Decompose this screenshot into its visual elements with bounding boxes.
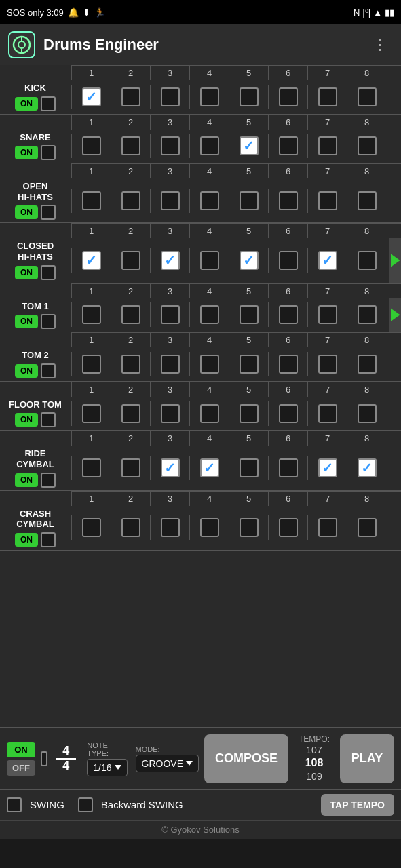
beat-cell-8[interactable] [347, 352, 386, 376]
beat-cell-inner[interactable] [240, 191, 259, 210]
beat-cell-7[interactable] [307, 515, 347, 540]
beat-cell-inner[interactable] [318, 404, 337, 423]
beat-cell-2[interactable] [111, 85, 150, 109]
beat-cell-inner[interactable] [121, 251, 140, 270]
beat-cell-inner[interactable] [318, 136, 337, 155]
beat-cell-6[interactable] [268, 302, 307, 327]
beat-cell-inner[interactable] [161, 404, 180, 423]
beat-cell-inner[interactable]: ✓ [240, 251, 259, 270]
beat-cell-5[interactable] [229, 352, 268, 376]
beat-cell-2[interactable] [111, 134, 150, 158]
instrument-on-button[interactable]: ON [15, 205, 38, 219]
instrument-check[interactable] [41, 205, 56, 220]
instrument-check[interactable] [41, 412, 56, 427]
beat-cell-5[interactable] [229, 401, 268, 426]
instrument-on-button[interactable]: ON [15, 413, 38, 427]
beat-cell-inner[interactable] [200, 191, 219, 210]
beat-cell-8[interactable] [347, 189, 386, 213]
beat-cell-inner[interactable] [82, 355, 101, 374]
beat-cell-1[interactable] [71, 401, 111, 426]
beat-cell-3[interactable]: ✓ [150, 456, 189, 480]
beat-cell-1[interactable] [71, 456, 111, 480]
beat-cell-inner[interactable] [200, 251, 219, 270]
beat-cell-inner[interactable] [358, 251, 377, 270]
menu-button[interactable]: ⋮ [367, 33, 393, 56]
beat-cell-4[interactable]: ✓ [189, 456, 229, 480]
beat-cell-inner[interactable] [82, 136, 101, 155]
beat-cell-7[interactable] [307, 352, 347, 376]
beat-cell-inner[interactable] [82, 458, 101, 477]
beat-cell-inner[interactable] [200, 518, 219, 537]
instrument-on-button[interactable]: ON [15, 364, 38, 378]
beat-cell-4[interactable] [189, 248, 229, 273]
beat-cell-5[interactable] [229, 515, 268, 540]
beat-cell-1[interactable] [71, 515, 111, 540]
instrument-check[interactable] [41, 532, 56, 547]
beat-cell-1[interactable] [71, 189, 111, 213]
beat-cell-inner[interactable] [318, 87, 337, 106]
instrument-on-button[interactable]: ON [15, 266, 38, 279]
beat-cell-7[interactable] [307, 134, 347, 158]
beat-cell-inner[interactable] [161, 87, 180, 106]
beat-cell-inner[interactable] [200, 355, 219, 374]
beat-cell-3[interactable] [150, 189, 189, 213]
beat-cell-inner[interactable] [240, 305, 259, 324]
global-off-button[interactable]: OFF [7, 760, 35, 776]
beat-cell-7[interactable]: ✓ [307, 456, 347, 480]
beat-cell-3[interactable]: ✓ [150, 248, 189, 273]
beat-cell-inner[interactable] [279, 305, 298, 324]
beat-cell-inner[interactable]: ✓ [161, 458, 180, 477]
beat-cell-inner[interactable] [318, 305, 337, 324]
beat-cell-2[interactable] [111, 401, 150, 426]
beat-cell-8[interactable] [347, 134, 386, 158]
beat-cell-inner[interactable] [279, 404, 298, 423]
beat-cell-inner[interactable] [318, 355, 337, 374]
swing-checkbox[interactable] [7, 797, 22, 812]
beat-cell-inner[interactable] [161, 136, 180, 155]
beat-cell-inner[interactable] [358, 87, 377, 106]
beat-cell-inner[interactable] [161, 191, 180, 210]
beat-cell-5[interactable]: ✓ [229, 134, 268, 158]
global-check[interactable] [41, 751, 47, 766]
instrument-on-button[interactable]: ON [15, 97, 38, 111]
beat-cell-inner[interactable] [318, 191, 337, 210]
beat-cell-8[interactable] [347, 85, 386, 109]
instrument-check[interactable] [41, 145, 56, 160]
beat-cell-7[interactable] [307, 302, 347, 327]
beat-cell-inner[interactable] [200, 305, 219, 324]
beat-cell-inner[interactable] [161, 355, 180, 374]
tap-tempo-button[interactable]: TAP TEMPO [321, 794, 394, 816]
beat-cell-1[interactable]: ✓ [71, 85, 111, 109]
beat-cell-inner[interactable] [358, 136, 377, 155]
beat-cell-inner[interactable] [82, 305, 101, 324]
instrument-check[interactable] [41, 363, 56, 378]
beat-cell-inner[interactable] [240, 404, 259, 423]
beat-cell-1[interactable] [71, 134, 111, 158]
beat-cell-inner[interactable] [358, 404, 377, 423]
beat-cell-inner[interactable] [121, 136, 140, 155]
beat-cell-inner[interactable] [240, 355, 259, 374]
beat-cell-2[interactable] [111, 189, 150, 213]
beat-cell-2[interactable] [111, 515, 150, 540]
instrument-check[interactable] [41, 96, 56, 111]
instrument-check[interactable] [41, 473, 56, 488]
beat-cell-inner[interactable] [121, 518, 140, 537]
beat-cell-4[interactable] [189, 352, 229, 376]
beat-cell-inner[interactable] [121, 87, 140, 106]
mode-selector[interactable]: GROOVE [136, 755, 199, 772]
beat-cell-3[interactable] [150, 352, 189, 376]
beat-cell-inner[interactable] [200, 404, 219, 423]
beat-cell-inner[interactable] [121, 355, 140, 374]
beat-cell-7[interactable]: ✓ [307, 248, 347, 273]
beat-cell-inner[interactable] [240, 87, 259, 106]
beat-cell-inner[interactable]: ✓ [82, 251, 101, 270]
beat-cell-5[interactable] [229, 189, 268, 213]
beat-cell-inner[interactable] [279, 136, 298, 155]
beat-cell-inner[interactable] [121, 305, 140, 324]
beat-cell-8[interactable]: ✓ [347, 456, 386, 480]
beat-cell-4[interactable] [189, 515, 229, 540]
instrument-check[interactable] [41, 265, 56, 280]
beat-cell-6[interactable] [268, 85, 307, 109]
beat-cell-inner[interactable]: ✓ [161, 251, 180, 270]
beat-cell-8[interactable] [347, 515, 386, 540]
